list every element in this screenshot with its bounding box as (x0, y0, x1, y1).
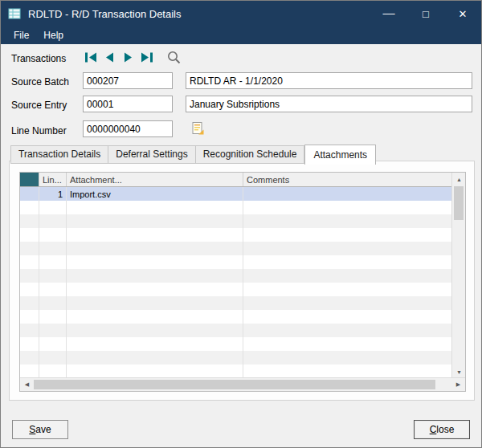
transactions-label: Transactions (11, 53, 66, 64)
note-icon[interactable] (191, 121, 204, 135)
record-navigator (84, 50, 182, 65)
menu-file[interactable]: File (6, 28, 36, 43)
vertical-scrollbar-thumb[interactable] (454, 186, 464, 220)
cell-comments[interactable] (243, 187, 453, 201)
table-row[interactable] (20, 351, 453, 365)
row-selector-cell[interactable] (20, 187, 39, 201)
source-batch-description[interactable] (186, 72, 472, 89)
close-window-button[interactable]: ✕ (444, 1, 481, 26)
scroll-down-icon[interactable]: ▼ (452, 365, 466, 378)
attachments-grid: Lin... Attachment... Comments 1 Import.c… (19, 172, 466, 392)
title-bar: RDLTD - R/D Transaction Details — □ ✕ (1, 1, 481, 26)
tab-deferral-settings[interactable]: Deferral Settings (108, 145, 195, 164)
menu-bar: File Help (1, 26, 481, 44)
table-row[interactable] (20, 214, 453, 228)
table-row[interactable] (20, 228, 453, 242)
table-row[interactable] (20, 269, 453, 283)
table-row-selected[interactable]: 1 Import.csv (20, 187, 453, 201)
tab-transaction-details[interactable]: Transaction Details (10, 145, 108, 164)
scroll-left-icon[interactable]: ◀ (20, 378, 34, 391)
close-button[interactable]: Close (414, 420, 470, 439)
save-button-label: Save (29, 424, 51, 435)
line-number-label: Line Number (11, 125, 67, 136)
app-window: RDLTD - R/D Transaction Details — □ ✕ Fi… (0, 0, 482, 448)
source-batch-label: Source Batch (11, 76, 69, 88)
save-button[interactable]: Save (12, 420, 68, 439)
last-record-icon[interactable] (140, 52, 153, 63)
table-row[interactable] (20, 255, 453, 269)
table-row[interactable] (20, 296, 453, 310)
menu-help[interactable]: Help (36, 28, 71, 43)
line-number-input[interactable] (83, 120, 173, 137)
next-record-icon[interactable] (121, 52, 135, 63)
table-row[interactable] (20, 242, 453, 255)
cell-line[interactable]: 1 (39, 187, 67, 201)
source-entry-input[interactable] (83, 96, 173, 112)
table-row[interactable] (20, 324, 453, 337)
source-entry-label: Source Entry (11, 100, 67, 111)
column-header-attachment[interactable]: Attachment... (67, 173, 243, 186)
minimize-button[interactable]: — (370, 1, 407, 26)
tab-recognition-schedule[interactable]: Recognition Schedule (196, 145, 305, 164)
table-row[interactable] (20, 310, 453, 324)
horizontal-scrollbar-thumb[interactable] (34, 380, 435, 389)
grid-header-row: Lin... Attachment... Comments (20, 173, 453, 187)
scroll-up-icon[interactable]: ▲ (452, 173, 466, 185)
table-row[interactable] (20, 283, 453, 296)
maximize-button[interactable]: □ (407, 1, 444, 26)
source-batch-input[interactable] (83, 72, 173, 89)
tab-attachments[interactable]: Attachments (304, 145, 376, 165)
grid-corner-cell[interactable] (20, 173, 39, 186)
window-controls: — □ ✕ (370, 1, 481, 26)
grid-body: 1 Import.csv (20, 187, 453, 378)
cell-attachment[interactable]: Import.csv (67, 187, 243, 201)
column-header-comments[interactable]: Comments (243, 173, 453, 186)
tab-strip: Transaction Details Deferral Settings Re… (10, 145, 376, 164)
table-row[interactable] (20, 201, 453, 214)
horizontal-scrollbar[interactable]: ◀ ▶ (20, 377, 465, 391)
previous-record-icon[interactable] (103, 52, 116, 63)
attachments-panel: Lin... Attachment... Comments 1 Import.c… (9, 161, 475, 401)
finder-icon[interactable] (166, 50, 182, 65)
dialog-body: Transactions (1, 44, 481, 447)
window-title: RDLTD - R/D Transaction Details (28, 8, 181, 20)
source-entry-description[interactable] (186, 96, 472, 112)
table-row[interactable] (20, 365, 453, 378)
vertical-scrollbar[interactable]: ▲ ▼ (451, 173, 465, 378)
table-row[interactable] (20, 337, 453, 351)
first-record-icon[interactable] (84, 52, 98, 63)
scroll-right-icon[interactable]: ▶ (451, 378, 465, 391)
column-header-line[interactable]: Lin... (39, 173, 67, 186)
app-icon (8, 7, 21, 20)
close-button-label: Close (430, 424, 455, 435)
